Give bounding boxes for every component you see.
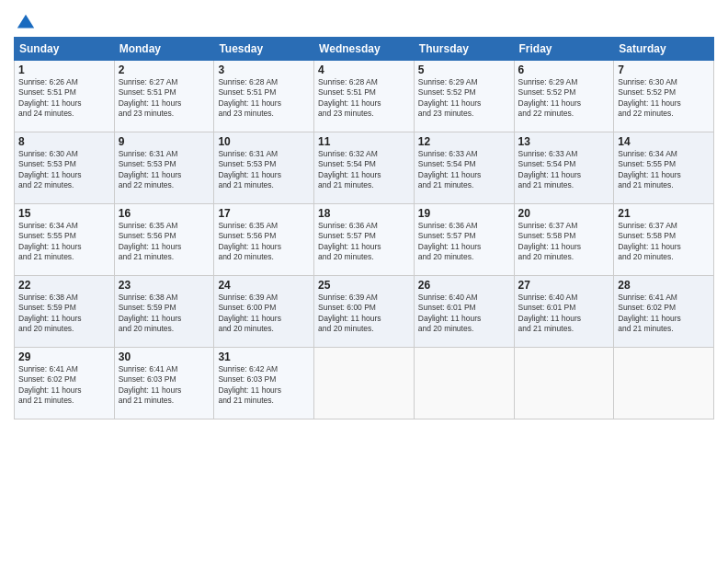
calendar-cell: 10Sunrise: 6:31 AM Sunset: 5:53 PM Dayli…	[214, 132, 314, 204]
day-number: 13	[518, 135, 610, 148]
calendar-body: 1Sunrise: 6:26 AM Sunset: 5:51 PM Daylig…	[15, 61, 714, 419]
day-number: 28	[618, 279, 710, 292]
day-number: 21	[618, 207, 710, 220]
day-number: 24	[218, 279, 310, 292]
calendar-cell: 14Sunrise: 6:34 AM Sunset: 5:55 PM Dayli…	[614, 132, 714, 204]
calendar-cell: 22Sunrise: 6:38 AM Sunset: 5:59 PM Dayli…	[15, 276, 115, 348]
calendar-table: SundayMondayTuesdayWednesdayThursdayFrid…	[14, 37, 714, 419]
calendar-cell: 18Sunrise: 6:36 AM Sunset: 5:57 PM Dayli…	[314, 204, 415, 276]
day-number: 29	[18, 350, 110, 363]
calendar-cell: 13Sunrise: 6:33 AM Sunset: 5:54 PM Dayli…	[514, 132, 614, 204]
day-info: Sunrise: 6:28 AM Sunset: 5:51 PM Dayligh…	[218, 77, 310, 120]
calendar-cell: 28Sunrise: 6:41 AM Sunset: 6:02 PM Dayli…	[614, 276, 714, 348]
logo-icon	[16, 13, 36, 33]
calendar-cell: 16Sunrise: 6:35 AM Sunset: 5:56 PM Dayli…	[114, 204, 214, 276]
day-number: 3	[218, 63, 310, 76]
day-info: Sunrise: 6:41 AM Sunset: 6:02 PM Dayligh…	[18, 364, 110, 407]
day-number: 17	[218, 207, 310, 220]
calendar-cell: 25Sunrise: 6:39 AM Sunset: 6:00 PM Dayli…	[314, 276, 415, 348]
weekday-header-saturday: Saturday	[614, 38, 714, 61]
day-number: 26	[418, 279, 510, 292]
day-info: Sunrise: 6:38 AM Sunset: 5:59 PM Dayligh…	[18, 293, 110, 335]
calendar-week-5: 29Sunrise: 6:41 AM Sunset: 6:02 PM Dayli…	[15, 348, 714, 419]
day-number: 31	[218, 350, 310, 363]
day-number: 12	[418, 135, 510, 148]
calendar-cell: 12Sunrise: 6:33 AM Sunset: 5:54 PM Dayli…	[414, 132, 514, 204]
calendar-cell: 23Sunrise: 6:38 AM Sunset: 5:59 PM Dayli…	[114, 276, 214, 348]
day-number: 15	[18, 207, 110, 220]
calendar-week-4: 22Sunrise: 6:38 AM Sunset: 5:59 PM Dayli…	[15, 276, 714, 348]
day-number: 5	[418, 63, 510, 76]
day-number: 20	[518, 207, 610, 220]
calendar-cell: 6Sunrise: 6:29 AM Sunset: 5:52 PM Daylig…	[514, 61, 614, 132]
weekday-header-sunday: Sunday	[15, 38, 115, 61]
calendar-week-1: 1Sunrise: 6:26 AM Sunset: 5:51 PM Daylig…	[15, 61, 714, 132]
day-number: 6	[518, 63, 610, 76]
day-info: Sunrise: 6:34 AM Sunset: 5:55 PM Dayligh…	[18, 221, 110, 263]
calendar-cell	[614, 348, 714, 419]
calendar-cell	[314, 348, 415, 419]
day-info: Sunrise: 6:26 AM Sunset: 5:51 PM Dayligh…	[18, 77, 110, 120]
day-number: 22	[18, 279, 110, 292]
day-info: Sunrise: 6:27 AM Sunset: 5:51 PM Dayligh…	[119, 77, 210, 120]
day-info: Sunrise: 6:35 AM Sunset: 5:56 PM Dayligh…	[119, 221, 210, 263]
logo	[14, 13, 36, 33]
svg-marker-0	[17, 15, 34, 29]
calendar-cell: 19Sunrise: 6:36 AM Sunset: 5:57 PM Dayli…	[414, 204, 514, 276]
calendar-cell: 2Sunrise: 6:27 AM Sunset: 5:51 PM Daylig…	[114, 61, 214, 132]
calendar-cell: 1Sunrise: 6:26 AM Sunset: 5:51 PM Daylig…	[15, 61, 115, 132]
day-number: 30	[119, 350, 210, 363]
day-number: 16	[119, 207, 210, 220]
calendar-cell: 11Sunrise: 6:32 AM Sunset: 5:54 PM Dayli…	[314, 132, 415, 204]
day-number: 4	[318, 63, 410, 76]
day-info: Sunrise: 6:39 AM Sunset: 6:00 PM Dayligh…	[218, 293, 310, 335]
weekday-header-wednesday: Wednesday	[314, 38, 415, 61]
calendar-week-2: 8Sunrise: 6:30 AM Sunset: 5:53 PM Daylig…	[15, 132, 714, 204]
day-info: Sunrise: 6:33 AM Sunset: 5:54 PM Dayligh…	[518, 149, 610, 191]
day-info: Sunrise: 6:40 AM Sunset: 6:01 PM Dayligh…	[518, 293, 610, 335]
day-info: Sunrise: 6:36 AM Sunset: 5:57 PM Dayligh…	[418, 221, 510, 263]
day-info: Sunrise: 6:31 AM Sunset: 5:53 PM Dayligh…	[218, 149, 310, 191]
calendar-cell: 27Sunrise: 6:40 AM Sunset: 6:01 PM Dayli…	[514, 276, 614, 348]
calendar-cell: 17Sunrise: 6:35 AM Sunset: 5:56 PM Dayli…	[214, 204, 314, 276]
calendar-cell: 24Sunrise: 6:39 AM Sunset: 6:00 PM Dayli…	[214, 276, 314, 348]
weekday-header-friday: Friday	[514, 38, 614, 61]
day-info: Sunrise: 6:41 AM Sunset: 6:02 PM Dayligh…	[618, 293, 710, 335]
day-number: 11	[318, 135, 410, 148]
calendar-cell: 29Sunrise: 6:41 AM Sunset: 6:02 PM Dayli…	[15, 348, 115, 419]
day-number: 2	[119, 63, 210, 76]
calendar-cell	[414, 348, 514, 419]
day-number: 9	[119, 135, 210, 148]
day-info: Sunrise: 6:29 AM Sunset: 5:52 PM Dayligh…	[418, 77, 510, 120]
day-number: 27	[518, 279, 610, 292]
day-info: Sunrise: 6:42 AM Sunset: 6:03 PM Dayligh…	[218, 364, 310, 407]
day-info: Sunrise: 6:37 AM Sunset: 5:58 PM Dayligh…	[518, 221, 610, 263]
calendar-header-row: SundayMondayTuesdayWednesdayThursdayFrid…	[15, 38, 714, 61]
calendar-cell: 7Sunrise: 6:30 AM Sunset: 5:52 PM Daylig…	[614, 61, 714, 132]
day-info: Sunrise: 6:38 AM Sunset: 5:59 PM Dayligh…	[119, 293, 210, 335]
day-info: Sunrise: 6:39 AM Sunset: 6:00 PM Dayligh…	[318, 293, 410, 335]
calendar-cell: 20Sunrise: 6:37 AM Sunset: 5:58 PM Dayli…	[514, 204, 614, 276]
day-info: Sunrise: 6:41 AM Sunset: 6:03 PM Dayligh…	[119, 364, 210, 407]
day-number: 7	[618, 63, 710, 76]
day-number: 14	[618, 135, 710, 148]
day-info: Sunrise: 6:30 AM Sunset: 5:53 PM Dayligh…	[18, 149, 110, 191]
calendar-cell	[514, 348, 614, 419]
weekday-header-monday: Monday	[114, 38, 214, 61]
day-info: Sunrise: 6:36 AM Sunset: 5:57 PM Dayligh…	[318, 221, 410, 263]
calendar-cell: 9Sunrise: 6:31 AM Sunset: 5:53 PM Daylig…	[114, 132, 214, 204]
day-number: 25	[318, 279, 410, 292]
page-container: SundayMondayTuesdayWednesdayThursdayFrid…	[0, 0, 728, 424]
day-info: Sunrise: 6:37 AM Sunset: 5:58 PM Dayligh…	[618, 221, 710, 263]
day-info: Sunrise: 6:35 AM Sunset: 5:56 PM Dayligh…	[218, 221, 310, 263]
weekday-header-thursday: Thursday	[414, 38, 514, 61]
calendar-cell: 21Sunrise: 6:37 AM Sunset: 5:58 PM Dayli…	[614, 204, 714, 276]
calendar-cell: 3Sunrise: 6:28 AM Sunset: 5:51 PM Daylig…	[214, 61, 314, 132]
day-number: 1	[18, 63, 110, 76]
day-info: Sunrise: 6:30 AM Sunset: 5:52 PM Dayligh…	[618, 77, 710, 120]
day-number: 23	[119, 279, 210, 292]
day-info: Sunrise: 6:33 AM Sunset: 5:54 PM Dayligh…	[418, 149, 510, 191]
day-info: Sunrise: 6:34 AM Sunset: 5:55 PM Dayligh…	[618, 149, 710, 191]
calendar-week-3: 15Sunrise: 6:34 AM Sunset: 5:55 PM Dayli…	[15, 204, 714, 276]
day-info: Sunrise: 6:40 AM Sunset: 6:01 PM Dayligh…	[418, 293, 510, 335]
